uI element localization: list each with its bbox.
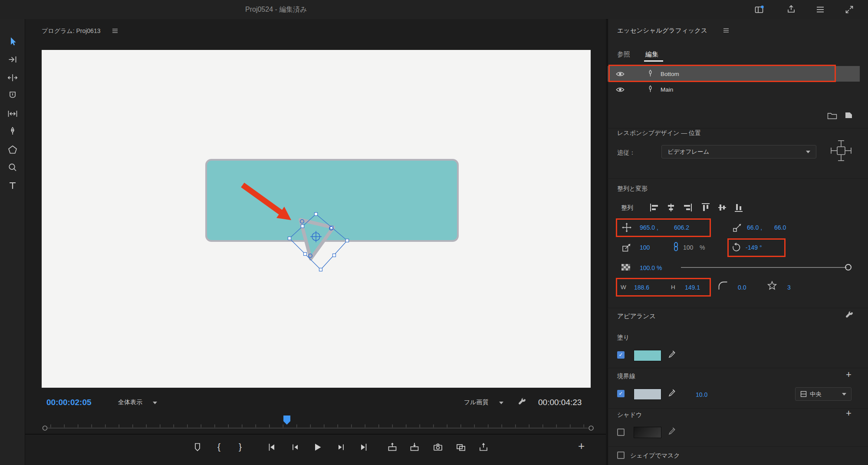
export-media-icon[interactable] <box>478 442 489 453</box>
height-value[interactable]: 149.1 <box>685 284 700 290</box>
mask-with-shape-label: シェイプでマスク <box>630 452 680 458</box>
fill-color-swatch[interactable] <box>634 350 661 361</box>
zoom-level-select[interactable]: 全体表示 <box>118 399 142 405</box>
anchor-y-value[interactable]: 66.0 <box>774 224 786 231</box>
align-top-icon[interactable] <box>700 202 711 213</box>
scale-unit-label: % <box>700 244 705 251</box>
workspace-icon[interactable] <box>754 4 764 15</box>
mark-in-button[interactable]: { <box>217 442 220 451</box>
appearance-wrench-icon[interactable] <box>845 310 854 320</box>
go-to-in-icon[interactable] <box>266 442 277 453</box>
export-frame-icon[interactable] <box>432 442 444 453</box>
layer-name[interactable]: Main <box>661 87 673 93</box>
stroke-color-swatch[interactable] <box>634 389 661 400</box>
height-label: H <box>671 284 675 290</box>
new-group-folder-icon[interactable] <box>827 112 837 119</box>
align-bottom-icon[interactable] <box>733 202 744 213</box>
go-to-out-icon[interactable] <box>358 442 369 453</box>
program-settings-wrench-icon[interactable] <box>517 397 527 407</box>
comparison-view-icon[interactable] <box>455 442 467 453</box>
zoom-tool-icon[interactable] <box>7 162 18 173</box>
program-panel-title[interactable]: プログラム: Proj0613 <box>42 28 100 34</box>
step-back-icon[interactable] <box>289 442 301 453</box>
program-panel-menu-icon[interactable] <box>112 28 118 33</box>
tools-panel <box>0 19 25 465</box>
slip-tool-icon[interactable] <box>7 108 18 119</box>
position-y-value[interactable]: 606.2 <box>674 224 689 231</box>
align-transform-heading: 整列と変形 <box>617 185 648 191</box>
rounded-rectangle-shape[interactable] <box>205 159 459 242</box>
type-tool-icon[interactable] <box>7 180 18 191</box>
current-timecode[interactable]: 00:00:02:05 <box>46 398 92 406</box>
separator <box>608 446 868 447</box>
align-right-icon[interactable] <box>682 202 693 213</box>
step-forward-icon[interactable] <box>335 442 347 453</box>
fill-checkbox[interactable]: ✓ <box>617 351 625 359</box>
track-select-tool-icon[interactable] <box>7 54 18 65</box>
add-transport-button[interactable]: + <box>578 440 585 452</box>
scale-y-value[interactable]: 100 <box>683 244 693 251</box>
layer-visibility-eye-icon[interactable] <box>615 86 625 93</box>
opacity-slider-track[interactable] <box>681 267 847 268</box>
fill-eyedropper-icon[interactable] <box>667 350 676 358</box>
fullscreen-icon[interactable] <box>844 4 855 15</box>
lift-icon[interactable] <box>387 442 398 453</box>
opacity-value[interactable]: 100.0 % <box>640 265 662 271</box>
layer-row-bottom[interactable] <box>608 66 860 82</box>
tab-edit[interactable]: 編集 <box>645 51 658 57</box>
export-icon[interactable] <box>786 4 796 14</box>
opacity-icon <box>621 264 630 270</box>
menu-icon[interactable] <box>815 4 825 15</box>
corner-radius-value[interactable]: 0.0 <box>738 284 746 290</box>
shadow-checkbox[interactable] <box>617 429 625 436</box>
follow-label: 追従： <box>617 149 635 155</box>
new-layer-icon[interactable] <box>845 112 853 119</box>
ripple-edit-tool-icon[interactable] <box>7 72 18 83</box>
tab-browse[interactable]: 参照 <box>617 51 630 57</box>
align-center-horizontal-icon[interactable] <box>666 202 676 213</box>
position-x-value[interactable]: 965.0 , <box>640 224 658 231</box>
add-shadow-button[interactable]: + <box>846 409 852 418</box>
add-stroke-button[interactable]: + <box>846 370 852 379</box>
polygon-points-star-icon <box>767 281 777 290</box>
play-button-icon[interactable] <box>312 442 323 453</box>
shadow-eyedropper-icon[interactable] <box>667 427 676 435</box>
layer-row-main[interactable] <box>608 82 860 97</box>
shape-tool-icon[interactable] <box>7 144 18 155</box>
stroke-eyedropper-icon[interactable] <box>667 389 676 397</box>
responsive-design-heading: レスポンシブデザイン — 位置 <box>617 130 701 136</box>
pin-to-widget[interactable] <box>827 136 855 165</box>
follow-select-value[interactable]: ビデオフレーム <box>667 149 709 155</box>
graphics-panel-title: エッセンシャルグラフィックス <box>617 27 707 34</box>
timeline-scrubber[interactable] <box>42 412 597 432</box>
stroke-label: 境界線 <box>617 373 635 379</box>
link-scale-icon[interactable] <box>673 241 679 252</box>
shadow-label: シャドウ <box>617 412 642 418</box>
opacity-slider-knob[interactable] <box>845 264 852 270</box>
stroke-align-icon <box>800 390 807 398</box>
layer-name[interactable]: Bottom <box>661 71 679 77</box>
stroke-width-value[interactable]: 10.0 <box>696 392 707 398</box>
extract-icon[interactable] <box>409 442 420 453</box>
align-center-vertical-icon[interactable] <box>717 202 727 213</box>
pen-tool-icon[interactable] <box>7 126 18 137</box>
shadow-color-swatch[interactable] <box>634 427 661 438</box>
polygon-points-value[interactable]: 3 <box>787 284 791 290</box>
selection-tool-icon[interactable] <box>7 36 18 47</box>
align-left-icon[interactable] <box>649 202 660 213</box>
playhead[interactable] <box>283 416 290 425</box>
stroke-checkbox[interactable]: ✓ <box>617 390 625 397</box>
add-marker-icon[interactable] <box>192 442 203 453</box>
width-value[interactable]: 188.6 <box>634 284 649 290</box>
playback-quality-select[interactable]: フル画質 <box>464 399 489 405</box>
rotation-value[interactable]: -149 ° <box>746 244 762 251</box>
stroke-align-value[interactable]: 中央 <box>810 391 822 397</box>
anchor-x-value[interactable]: 66.0 , <box>747 224 762 231</box>
width-label: W <box>621 284 626 290</box>
mark-out-button[interactable]: } <box>239 442 242 451</box>
scale-x-value[interactable]: 100 <box>640 244 650 251</box>
graphics-panel-menu-icon[interactable] <box>723 28 729 33</box>
razor-tool-icon[interactable] <box>7 90 18 101</box>
mask-with-shape-checkbox[interactable] <box>617 452 625 459</box>
layer-visibility-eye-icon[interactable] <box>615 71 625 77</box>
